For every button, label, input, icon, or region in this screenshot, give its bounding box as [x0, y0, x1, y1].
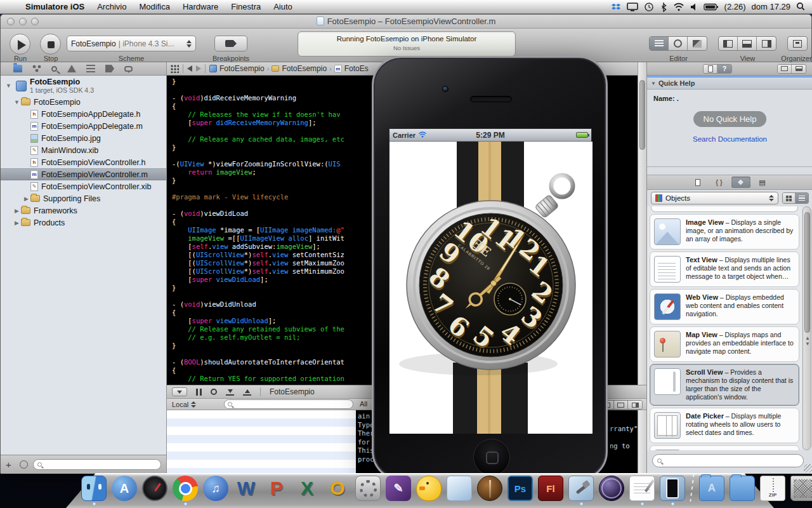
code-line[interactable]: UIImage *image = [UIImage imageNamed:@" [172, 226, 344, 234]
dock-item-microsoft-excel[interactable]: X [293, 476, 321, 505]
breadcrumb-segment[interactable]: FotoEsempio [272, 64, 327, 73]
step-out-button[interactable] [243, 388, 251, 396]
forward-button[interactable] [196, 65, 201, 72]
dock-item-ios-simulator[interactable] [658, 476, 686, 505]
utility-bottom-button[interactable] [792, 65, 806, 73]
back-button[interactable] [187, 65, 192, 72]
file-row[interactable]: ▼FotoEsempio [1, 96, 166, 108]
code-line[interactable]: [(UIScrollView*)self.view setMaximumZoo [172, 259, 344, 267]
library-item-web-view[interactable]: Web View – Displays embedded web content… [650, 289, 799, 324]
code-line[interactable]: - (void)didReceiveMemoryWarning [172, 94, 344, 102]
navigator-filter-field[interactable] [33, 459, 161, 470]
code-line[interactable]: // Releases the view if it doesn't hav [172, 110, 344, 119]
code-line[interactable]: { [172, 102, 344, 110]
search-documentation-link[interactable]: Search Documentation [693, 135, 767, 143]
code-line[interactable]: // e.g. self.myOutlet = nil; [172, 333, 344, 342]
code-line[interactable]: [(UIScrollView*)self.view setContentSiz [172, 251, 344, 259]
home-button[interactable] [473, 439, 510, 476]
code-line[interactable]: [(UIScrollView*)self.view setMinimumZoo [172, 267, 344, 276]
disclosure-triangle[interactable]: ▼ [651, 81, 656, 86]
dock-item-itunes[interactable]: ♫ [202, 476, 230, 505]
spotlight-icon[interactable] [796, 2, 806, 11]
debug-panel-button[interactable] [738, 37, 757, 50]
code-line[interactable]: // Release any retained subviews of the [172, 325, 344, 333]
pause-button[interactable] [196, 389, 202, 396]
library-scrollbar[interactable] [802, 206, 811, 450]
code-line[interactable]: imageView =[[UIImageView alloc] initWit [172, 234, 344, 243]
scrollbar-thumb[interactable] [639, 80, 645, 150]
dock-item-dashboard[interactable] [141, 476, 169, 505]
code-line[interactable]: } [172, 342, 344, 350]
code-line[interactable] [172, 152, 344, 160]
project-navigator-icon[interactable] [13, 65, 22, 72]
dock-item-google-chrome[interactable] [171, 476, 199, 505]
code-line[interactable]: #pragma mark - View lifecycle [172, 193, 344, 201]
bluetooth-icon[interactable] [660, 2, 667, 12]
log-navigator-icon[interactable] [86, 65, 95, 72]
file-inspector-button[interactable] [704, 65, 717, 73]
code-line[interactable]: { [172, 366, 344, 375]
dock-item-finder[interactable] [80, 476, 108, 505]
symbol-navigator-icon[interactable] [32, 65, 41, 72]
library-popup[interactable]: Objects [651, 192, 778, 204]
partial-library-item[interactable] [651, 206, 798, 212]
quick-help-inspector-button[interactable]: ? [717, 65, 731, 73]
code-line[interactable]: // Return YES for supported orientation [172, 375, 344, 383]
document-proxy-icon[interactable] [317, 17, 324, 25]
code-line[interactable]: } [172, 144, 344, 152]
breakpoint-navigator-icon[interactable] [105, 65, 114, 72]
menu-item-archivio[interactable]: Archivio [91, 0, 133, 14]
utility-top-button[interactable] [778, 65, 792, 73]
file-row[interactable]: hFotoEsempioAppDelegate.h [1, 108, 166, 120]
dock-item-archive-zip[interactable]: ZIP [759, 476, 787, 505]
code-line[interactable] [172, 292, 344, 300]
code-line[interactable]: // Release any cached data, images, etc [172, 135, 344, 144]
related-items-icon[interactable] [171, 65, 179, 73]
standard-editor-button[interactable] [650, 37, 669, 50]
variables-pane[interactable] [167, 410, 356, 474]
dock-item-eclipse[interactable] [598, 476, 625, 505]
dock-item-microsoft-outlook[interactable]: O [324, 476, 351, 505]
code-line[interactable]: { [172, 309, 344, 317]
library-search-field[interactable] [652, 454, 804, 467]
library-item-date-view[interactable]: Date Picker – Displays multiple rotating… [650, 408, 799, 443]
code-area[interactable]: } - (void)didReceiveMemoryWarning{ // Re… [172, 77, 344, 383]
dock-item-system-preferences[interactable] [354, 476, 382, 505]
file-row[interactable]: mFotoEsempioViewController.m [1, 168, 166, 180]
title-bar[interactable]: FotoEsempio – FotoEsempioViewController.… [1, 15, 811, 29]
volume-icon[interactable] [690, 3, 698, 11]
stop-button[interactable] [40, 34, 61, 55]
variables-filter-field[interactable] [224, 399, 353, 409]
disclosure-triangle[interactable]: ▶ [22, 196, 30, 202]
file-template-library-button[interactable] [688, 177, 707, 188]
console-view-button[interactable] [628, 401, 642, 409]
menu-item-finestra[interactable]: Finestra [225, 0, 267, 14]
dock-item-documents[interactable] [728, 476, 756, 505]
dock-item-photoshop[interactable]: Ps [506, 476, 534, 505]
file-row[interactable]: mFotoEsempioAppDelegate.m [1, 120, 166, 132]
disclosure-triangle[interactable]: ▶ [13, 208, 21, 214]
menu-clock[interactable]: dom 17.29 [752, 2, 790, 11]
code-line[interactable] [172, 86, 344, 94]
issue-navigator-icon[interactable] [67, 65, 76, 72]
disclosure-triangle[interactable]: ▼ [4, 83, 13, 89]
scheme-selector[interactable]: FotoEsempio| iPhone 4.3 Si... [67, 36, 196, 51]
file-row[interactable]: ✎FotoEsempioViewController.xib [1, 180, 166, 192]
code-line[interactable]: - (BOOL)shouldAutorotateToInterfaceOrien… [172, 358, 344, 366]
grid-view-button[interactable] [783, 193, 796, 203]
dock-item-pixelmator[interactable]: ✎ [384, 476, 412, 505]
display-icon[interactable] [627, 2, 638, 12]
project-row[interactable]: ▼ FotoEsempio 1 target, iOS SDK 4.3 [1, 76, 166, 96]
library-item-picker-view[interactable]: Picker View – Displays a spinning-wheel … [650, 445, 799, 450]
add-button[interactable]: + [6, 459, 15, 470]
file-row[interactable]: FotoEsempio.jpg [1, 132, 166, 144]
disclosure-triangle[interactable]: ▶ [13, 220, 21, 226]
code-snippet-library-button[interactable]: { } [710, 177, 729, 188]
object-library-button[interactable]: ❖ [731, 177, 750, 188]
navigator-panel-button[interactable] [719, 37, 738, 50]
search-navigator-icon[interactable] [51, 66, 57, 72]
editor-scrollbar[interactable] [638, 62, 646, 474]
run-button[interactable] [10, 34, 30, 55]
code-line[interactable]: return imageView; [172, 168, 344, 177]
debug-area-toggle[interactable] [172, 387, 187, 396]
